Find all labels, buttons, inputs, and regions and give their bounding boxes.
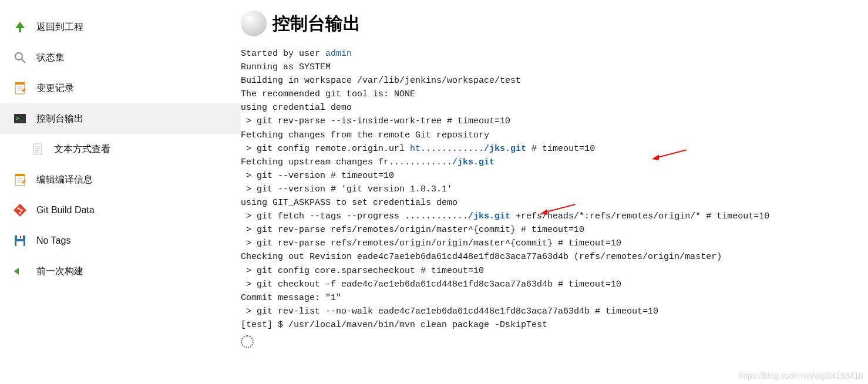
floppy-icon <box>13 234 27 248</box>
notepad-icon <box>13 81 27 95</box>
sidebar-item-status[interactable]: 状态集 <box>0 42 241 73</box>
notepad-icon <box>13 173 27 187</box>
sidebar-item-plain-text[interactable]: 文本方式查看 <box>0 134 241 164</box>
sidebar-item-console[interactable]: >_ 控制台输出 <box>0 103 241 134</box>
sidebar-item-prev-build[interactable]: 前一次构建 <box>0 256 241 287</box>
sidebar-item-label: 状态集 <box>36 52 65 64</box>
sidebar-item-label: 编辑编译信息 <box>36 174 93 186</box>
sidebar-item-label: 控制台输出 <box>36 113 83 125</box>
svg-line-1 <box>22 59 25 63</box>
sidebar-item-label: No Tags <box>36 235 70 246</box>
watermark: https://blog.csdn.net/wgl04193410 <box>739 371 864 380</box>
svg-rect-26 <box>16 241 23 246</box>
sidebar-item-label: 变更记录 <box>36 82 74 95</box>
sidebar-item-label: 前一次构建 <box>36 265 83 278</box>
svg-rect-9 <box>33 144 42 154</box>
svg-rect-3 <box>15 82 25 85</box>
svg-rect-27 <box>20 236 21 238</box>
sidebar-item-no-tags[interactable]: No Tags <box>0 225 241 256</box>
svg-text:>_: >_ <box>16 115 23 122</box>
svg-rect-15 <box>15 174 25 176</box>
sidebar-item-label: 返回到工程 <box>36 21 83 33</box>
up-arrow-icon <box>13 20 27 34</box>
sidebar-item-edit-info[interactable]: 编辑编译信息 <box>0 164 241 195</box>
sidebar-item-git-build[interactable]: Git Build Data <box>0 195 241 225</box>
console-output: Started by user admin Running as SYSTEM … <box>241 47 862 332</box>
magnifier-icon <box>13 50 27 65</box>
sidebar: 返回到工程 状态集 变更记录 >_ 控制台输出 文本方式查看 <box>0 0 241 384</box>
page-title-row: 控制台输出 <box>241 11 862 36</box>
svg-point-0 <box>15 53 22 60</box>
loading-spinner-icon <box>241 335 254 348</box>
main-content: 控制台输出 Started by user admin Running as S… <box>241 0 868 384</box>
app-layout: 返回到工程 状态集 变更记录 >_ 控制台输出 文本方式查看 <box>0 0 868 384</box>
build-status-ball-icon <box>241 11 267 36</box>
left-arrow-icon <box>13 264 27 278</box>
sidebar-item-changes[interactable]: 变更记录 <box>0 73 241 103</box>
git-icon <box>13 203 27 217</box>
sidebar-item-back[interactable]: 返回到工程 <box>0 12 241 42</box>
page-title: 控制台输出 <box>272 12 361 36</box>
document-icon <box>31 142 45 156</box>
sidebar-item-label: Git Build Data <box>36 205 95 215</box>
sidebar-item-label: 文本方式查看 <box>54 143 110 156</box>
terminal-icon: >_ <box>13 112 27 126</box>
